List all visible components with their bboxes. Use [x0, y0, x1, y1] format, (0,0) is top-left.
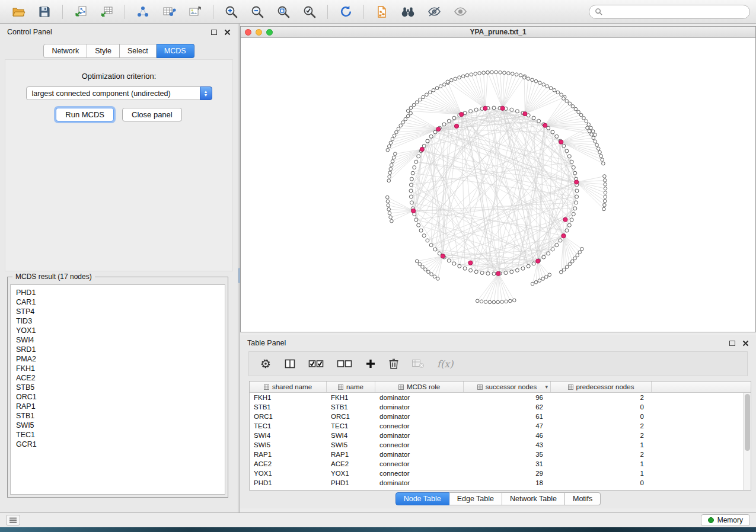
tab-node-table[interactable]: Node Table: [395, 492, 449, 505]
zoom-selected-button[interactable]: [297, 2, 322, 21]
sort-menu-arrow[interactable]: ▾: [545, 384, 548, 390]
minimize-window-icon[interactable]: [256, 29, 262, 36]
table-row[interactable]: STB1STB1dominator620: [250, 402, 743, 412]
table-cell: TEC1: [250, 422, 327, 430]
refresh-button[interactable]: [333, 2, 358, 21]
table-cell: 2: [551, 394, 652, 401]
tab-network-table[interactable]: Network Table: [502, 492, 565, 505]
result-node[interactable]: SRD1: [16, 345, 225, 354]
result-node[interactable]: RAP1: [16, 402, 225, 411]
run-mcds-button[interactable]: Run MCDS: [56, 108, 114, 121]
result-node[interactable]: ORC1: [16, 392, 225, 402]
delete-column-button[interactable]: [388, 358, 399, 370]
column-header-name[interactable]: name: [327, 382, 375, 392]
result-node[interactable]: STB1: [16, 411, 225, 421]
optimization-criterion-label: Optimization criterion:: [5, 72, 232, 81]
delete-table-icon: [412, 358, 425, 369]
show-button[interactable]: [448, 2, 473, 21]
maximize-window-icon[interactable]: [266, 29, 273, 36]
table-settings-button[interactable]: [260, 358, 272, 370]
table-row[interactable]: FKH1FKH1dominator962: [250, 393, 743, 402]
close-panel-icon[interactable]: [742, 340, 749, 347]
table-panel-header: Table Panel: [240, 335, 756, 351]
table-scrollbar[interactable]: [743, 393, 751, 490]
table-row[interactable]: ACE2ACE2connector311: [250, 459, 743, 469]
result-node[interactable]: STP4: [16, 307, 225, 316]
task-history-button[interactable]: [6, 515, 20, 525]
refresh-icon: [339, 4, 353, 19]
table-row[interactable]: SWI5SWI5connector431: [250, 440, 743, 450]
float-panel-icon[interactable]: [729, 341, 735, 346]
result-node[interactable]: PHD1: [16, 288, 225, 297]
result-node[interactable]: CAR1: [16, 297, 225, 307]
memory-button[interactable]: Memory: [701, 514, 750, 526]
zoom-out-button[interactable]: [245, 2, 270, 21]
mcds-result-list[interactable]: PHD1CAR1STP4TID3YOX1SWI4SRD1PMA2FKH1ACE2…: [10, 284, 225, 495]
network-titlebar[interactable]: YPA_prune.txt_1: [241, 27, 755, 38]
result-node[interactable]: TEC1: [16, 430, 225, 440]
search-input[interactable]: [605, 8, 744, 16]
result-node[interactable]: TID3: [16, 316, 225, 326]
result-node[interactable]: FKH1: [16, 364, 225, 373]
hide-button[interactable]: [422, 2, 446, 21]
result-node[interactable]: GCR1: [16, 440, 225, 449]
tab-network[interactable]: Network: [43, 44, 87, 58]
network-from-table-button[interactable]: [157, 2, 181, 21]
table-row[interactable]: PHD1PHD1dominator180: [250, 478, 743, 488]
result-node[interactable]: PMA2: [16, 354, 225, 364]
tab-edge-table[interactable]: Edge Table: [449, 492, 502, 505]
column-header-MCDS-role[interactable]: MCDS role: [375, 382, 464, 392]
close-window-icon[interactable]: [245, 29, 251, 36]
import-table-button[interactable]: [94, 2, 119, 21]
mcds-result-group: MCDS result (17 nodes) PHD1CAR1STP4TID3Y…: [7, 277, 228, 498]
close-panel-icon[interactable]: [224, 29, 231, 36]
control-panel: Control Panel NetworkStyleSelectMCDS Opt…: [0, 24, 238, 512]
zoom-in-button[interactable]: [219, 2, 244, 21]
column-header-successor-nodes[interactable]: successor nodes▾: [464, 382, 551, 392]
result-node[interactable]: SWI4: [16, 335, 225, 345]
table-cell: 61: [464, 413, 551, 420]
save-session-button[interactable]: [32, 2, 57, 21]
tab-mcds[interactable]: MCDS: [157, 44, 194, 58]
find-button[interactable]: [395, 2, 420, 21]
table-row[interactable]: RAP1RAP1dominator352: [250, 450, 743, 459]
show-columns-button[interactable]: [284, 358, 296, 370]
main-toolbar: [0, 0, 756, 24]
new-network-button[interactable]: [130, 2, 155, 21]
deselect-all-button[interactable]: [337, 358, 353, 369]
tab-style[interactable]: Style: [87, 44, 120, 58]
column-header-predecessor-nodes[interactable]: predecessor nodes: [551, 382, 652, 392]
export-image-button[interactable]: [183, 2, 208, 21]
column-header-shared-name[interactable]: shared name: [250, 382, 327, 392]
table-row[interactable]: TEC1TEC1connector472: [250, 421, 743, 431]
network-canvas[interactable]: [241, 38, 755, 332]
result-node[interactable]: SWI5: [16, 421, 225, 430]
table-row[interactable]: YOX1YOX1connector291: [250, 469, 743, 478]
table-row[interactable]: ORC1ORC1dominator610: [250, 412, 743, 421]
table-cell: YOX1: [250, 470, 327, 477]
float-panel-icon[interactable]: [211, 30, 217, 35]
select-all-button[interactable]: [308, 358, 324, 369]
optimization-criterion-select[interactable]: largest connected component (undirected)…: [26, 86, 212, 100]
tab-motifs[interactable]: Motifs: [565, 492, 601, 505]
table-panel: Table Panel: [240, 335, 756, 508]
tab-select[interactable]: Select: [120, 44, 157, 58]
table-cell: dominator: [375, 432, 464, 439]
import-network-button[interactable]: [68, 2, 93, 21]
open-file-button[interactable]: [6, 2, 31, 21]
result-node[interactable]: YOX1: [16, 326, 225, 335]
table-cell: FKH1: [327, 394, 375, 401]
toolbar-separator: [213, 5, 213, 19]
export-network-button[interactable]: [369, 2, 394, 21]
close-panel-button[interactable]: Close panel: [122, 108, 182, 121]
table-row[interactable]: SWI4SWI4dominator462: [250, 431, 743, 440]
table-cell: 43: [464, 441, 551, 448]
scrollbar-thumb[interactable]: [745, 394, 750, 451]
zoom-fit-button[interactable]: [271, 2, 296, 21]
result-node[interactable]: ACE2: [16, 373, 225, 383]
add-column-button[interactable]: [365, 358, 376, 369]
network-view-window: YPA_prune.txt_1: [240, 26, 756, 332]
search-box[interactable]: [589, 5, 750, 19]
table-cell: connector: [375, 422, 464, 430]
result-node[interactable]: STB5: [16, 383, 225, 392]
